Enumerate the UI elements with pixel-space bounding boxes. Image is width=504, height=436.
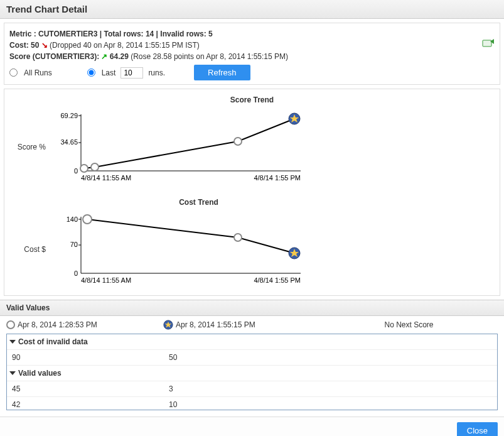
- valid-values-times-row: Apr 8, 2014 1:28:53 PM Apr 8, 2014 1:55:…: [0, 316, 504, 334]
- group-row-valid[interactable]: Valid values: [7, 366, 497, 381]
- ytick: 34.65: [60, 138, 78, 146]
- score-label: Score (CUTOMERTIER3):: [9, 52, 99, 61]
- ytick: 70: [70, 241, 78, 248]
- group-label: Cost of invalid data: [18, 337, 88, 346]
- cost-trend-title: Cost Trend: [0, 198, 492, 207]
- highlight-point-icon[interactable]: [289, 113, 300, 124]
- vv-time-2: Apr 8, 2014 1:55:15 PM: [176, 320, 255, 329]
- last-runs-input[interactable]: [121, 67, 143, 79]
- all-runs-label: All Runs: [24, 68, 52, 77]
- cost-trend-chart: Cost Trend Cost $ 140 70 0: [12, 198, 492, 288]
- export-icon[interactable]: [482, 38, 495, 48]
- metric-line: Metric : CUTOMERTIER3 | Total rows: 14 |…: [9, 30, 495, 38]
- cost-label: Cost: 50: [9, 41, 39, 50]
- close-button[interactable]: Close: [457, 422, 498, 436]
- ytick: 0: [74, 167, 78, 175]
- cost-line: Cost: 50 ↘ (Dropped 40 on Apr 8, 2014 1:…: [9, 41, 495, 50]
- refresh-button[interactable]: Refresh: [194, 65, 250, 80]
- score-plot: 69.29 34.65 0 4/8/14 11:55 AM 4/8/14 1:5…: [50, 108, 313, 185]
- info-panel: Metric : CUTOMERTIER3 | Total rows: 14 |…: [4, 23, 500, 85]
- cell: 3: [164, 381, 497, 396]
- ring-icon: [6, 320, 15, 329]
- dialog-footer: Close: [0, 417, 504, 436]
- table-row: 90 50: [7, 350, 497, 366]
- dialog-title: Trend Chart Detail: [0, 0, 504, 19]
- no-next-score: No Next Score: [320, 320, 498, 329]
- all-runs-radio[interactable]: [9, 68, 18, 77]
- data-point[interactable]: [91, 163, 99, 171]
- table-row: 45 3: [7, 381, 497, 397]
- cell: 42: [7, 397, 164, 410]
- cost-change-text: (Dropped 40 on Apr 8, 2014 1:55:15 PM IS…: [50, 41, 200, 50]
- valid-values-header: Valid Values: [0, 300, 504, 316]
- group-label: Valid values: [18, 369, 62, 378]
- score-trend-chart: Score Trend Score % 69.29 34.65 0: [12, 95, 492, 185]
- chevron-down-icon: [9, 371, 16, 375]
- charts-panel: Score Trend Score % 69.29 34.65 0: [4, 89, 500, 296]
- xtick: 4/8/14 1:55 PM: [254, 174, 301, 182]
- data-point[interactable]: [234, 234, 242, 241]
- xtick: 4/8/14 11:55 AM: [81, 174, 131, 182]
- group-row-cost[interactable]: Cost of invalid data: [7, 334, 497, 350]
- chevron-down-icon: [9, 340, 16, 344]
- ytick: 0: [74, 270, 78, 277]
- grid-scroll[interactable]: Cost of invalid data 90 50 Valid values …: [7, 334, 497, 410]
- cell: 10: [164, 397, 497, 410]
- cost-plot: 140 70 0 4/8/14 11:55 AM 4/8/14 1:55 PM: [50, 210, 313, 288]
- cell: 45: [7, 381, 164, 396]
- score-line: Score (CUTOMERTIER3): ↗ 64.29 (Rose 28.5…: [9, 52, 495, 61]
- arrow-down-icon: ↘: [41, 41, 48, 50]
- data-point[interactable]: [234, 138, 242, 145]
- score-value: 64.29: [110, 52, 129, 61]
- data-point[interactable]: [80, 165, 88, 172]
- highlight-point-icon[interactable]: [289, 248, 300, 259]
- star-badge-icon: [163, 320, 173, 330]
- score-ylabel: Score %: [12, 143, 50, 151]
- ytick: 140: [67, 215, 78, 223]
- data-point[interactable]: [83, 215, 92, 224]
- score-trend-title: Score Trend: [12, 95, 492, 104]
- table-row: 42 10: [7, 397, 497, 410]
- vv-time-1: Apr 8, 2014 1:28:53 PM: [18, 320, 97, 329]
- last-runs-radio[interactable]: [87, 68, 95, 77]
- cell: 90: [7, 350, 164, 365]
- score-change-text: (Rose 28.58 points on Apr 8, 2014 1:55:1…: [131, 52, 288, 61]
- xtick: 4/8/14 11:55 AM: [81, 276, 131, 284]
- xtick: 4/8/14 1:55 PM: [254, 276, 301, 284]
- runs-suffix: runs.: [148, 68, 165, 77]
- cell: 50: [164, 350, 497, 365]
- cost-ylabel: Cost $: [12, 245, 50, 254]
- svg-rect-0: [483, 40, 491, 46]
- run-controls: All Runs Last runs. Refresh: [9, 65, 495, 80]
- ytick: 69.29: [60, 112, 78, 119]
- last-label: Last: [102, 68, 116, 77]
- arrow-up-icon: ↗: [101, 52, 107, 61]
- valid-values-grid: Cost of invalid data 90 50 Valid values …: [6, 334, 498, 410]
